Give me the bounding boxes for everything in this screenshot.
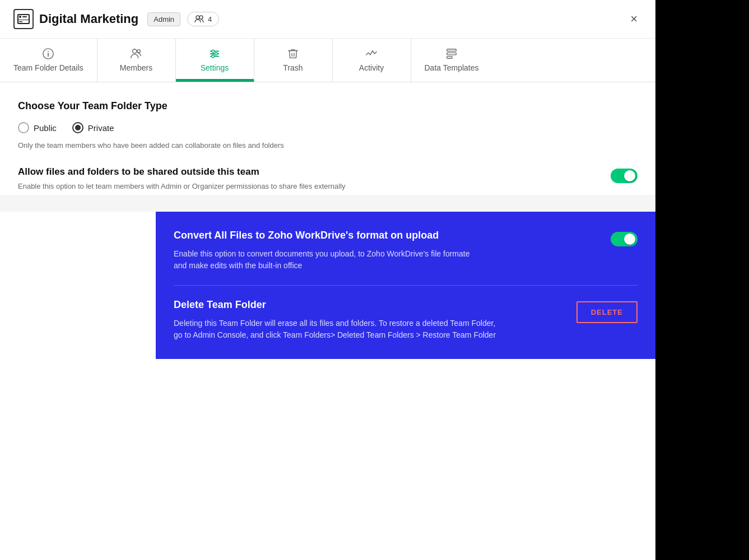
- tab-label: Activity: [359, 63, 384, 72]
- svg-point-5: [196, 16, 199, 19]
- radio-inner-private: [75, 125, 81, 130]
- close-button[interactable]: ×: [626, 10, 642, 29]
- tab-label: Data Templates: [425, 63, 479, 72]
- svg-rect-21: [447, 53, 457, 55]
- svg-point-16: [215, 53, 217, 55]
- blue-divider: [174, 285, 638, 286]
- sharing-toggle[interactable]: [611, 169, 638, 183]
- svg-point-15: [212, 50, 215, 53]
- members-count: 4: [208, 15, 212, 24]
- logo-area: Digital Marketing: [13, 9, 138, 29]
- blue-section: Convert All Files to Zoho WorkDrive's fo…: [156, 212, 655, 359]
- tab-data-templates[interactable]: Data Templates: [411, 39, 492, 82]
- svg-point-6: [199, 16, 203, 19]
- sharing-setting-row: Allow files and folders to be shared out…: [18, 166, 638, 190]
- svg-rect-22: [447, 57, 452, 59]
- svg-point-10: [133, 49, 137, 53]
- templates-icon: [445, 48, 458, 60]
- settings-content: Choose Your Team Folder Type Public Priv…: [0, 82, 655, 190]
- tab-members[interactable]: Members: [97, 39, 176, 82]
- svg-point-1: [19, 16, 21, 18]
- tabs-bar: Team Folder Details Members Settings: [0, 39, 655, 82]
- sharing-toggle-thumb: [624, 170, 635, 181]
- members-badge[interactable]: 4: [187, 12, 219, 26]
- convert-files-row: Convert All Files to Zoho WorkDrive's fo…: [174, 230, 638, 272]
- sharing-info: Allow files and folders to be shared out…: [18, 166, 611, 190]
- folder-type-desc: Only the team members who have been adde…: [18, 141, 638, 150]
- public-label: Public: [34, 123, 57, 133]
- admin-badge: Admin: [147, 12, 180, 26]
- sharing-desc: Enable this option to let team members w…: [18, 182, 599, 190]
- svg-point-11: [137, 50, 141, 53]
- logo-icon: [13, 9, 34, 29]
- tab-settings[interactable]: Settings: [176, 39, 254, 82]
- folder-name: Digital Marketing: [39, 12, 138, 26]
- delete-title: Delete Team Folder: [174, 299, 565, 311]
- tab-label: Settings: [201, 63, 229, 72]
- radio-outer-private: [72, 122, 83, 133]
- tab-label: Team Folder Details: [13, 63, 83, 72]
- convert-desc: Enable this option to convert documents …: [174, 248, 599, 272]
- sharing-toggle-track[interactable]: [611, 169, 638, 183]
- convert-info: Convert All Files to Zoho WorkDrive's fo…: [174, 230, 611, 272]
- delete-button[interactable]: DELETE: [576, 301, 638, 323]
- radio-public[interactable]: Public: [18, 122, 57, 133]
- radio-outer-public: [18, 122, 29, 133]
- convert-toggle-thumb: [624, 234, 635, 245]
- svg-point-17: [212, 55, 215, 58]
- settings-icon: [208, 48, 221, 60]
- activity-icon: [365, 48, 378, 60]
- svg-rect-3: [18, 20, 29, 20]
- svg-rect-4: [19, 21, 22, 22]
- convert-toggle-track[interactable]: [611, 232, 638, 246]
- tab-trash[interactable]: Trash: [254, 39, 333, 82]
- delete-folder-row: Delete Team Folder Deleting this Team Fo…: [174, 299, 638, 341]
- delete-desc: Deleting this Team Folder will erase all…: [174, 318, 565, 341]
- svg-rect-2: [22, 16, 27, 17]
- svg-rect-20: [447, 49, 457, 52]
- people-icon: [130, 48, 142, 60]
- private-label: Private: [88, 123, 114, 133]
- folder-type-section: Choose Your Team Folder Type Public Priv…: [18, 100, 638, 150]
- convert-toggle[interactable]: [611, 232, 638, 246]
- tab-label: Members: [120, 63, 152, 72]
- gray-divider: [0, 195, 655, 212]
- members-icon: [194, 15, 204, 24]
- modal-header: Digital Marketing Admin 4 ×: [0, 0, 655, 39]
- convert-title: Convert All Files to Zoho WorkDrive's fo…: [174, 230, 599, 241]
- tab-label: Trash: [283, 63, 303, 72]
- delete-info: Delete Team Folder Deleting this Team Fo…: [174, 299, 576, 341]
- folder-type-radios: Public Private: [18, 122, 638, 133]
- tab-team-folder-details[interactable]: Team Folder Details: [0, 39, 97, 82]
- svg-point-9: [48, 51, 49, 52]
- info-icon: [42, 48, 54, 60]
- folder-type-title: Choose Your Team Folder Type: [18, 100, 638, 112]
- trash-icon: [287, 48, 299, 60]
- tab-activity[interactable]: Activity: [333, 39, 411, 82]
- sharing-title: Allow files and folders to be shared out…: [18, 166, 599, 178]
- radio-private[interactable]: Private: [72, 122, 114, 133]
